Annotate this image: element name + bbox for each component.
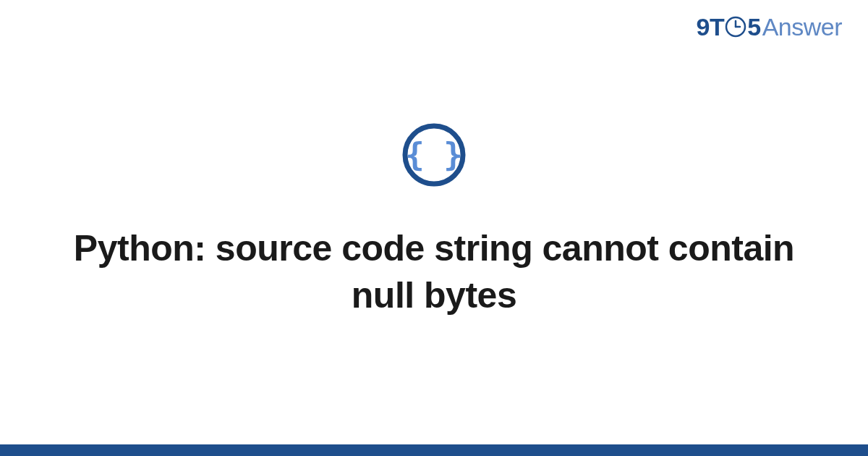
bottom-accent-bar — [0, 444, 868, 456]
article-title: Python: source code string cannot contai… — [54, 225, 814, 319]
curly-braces-icon: { } — [401, 122, 467, 190]
svg-text:{ }: { } — [405, 136, 462, 173]
main-content: { } Python: source code string cannot co… — [0, 0, 868, 456]
